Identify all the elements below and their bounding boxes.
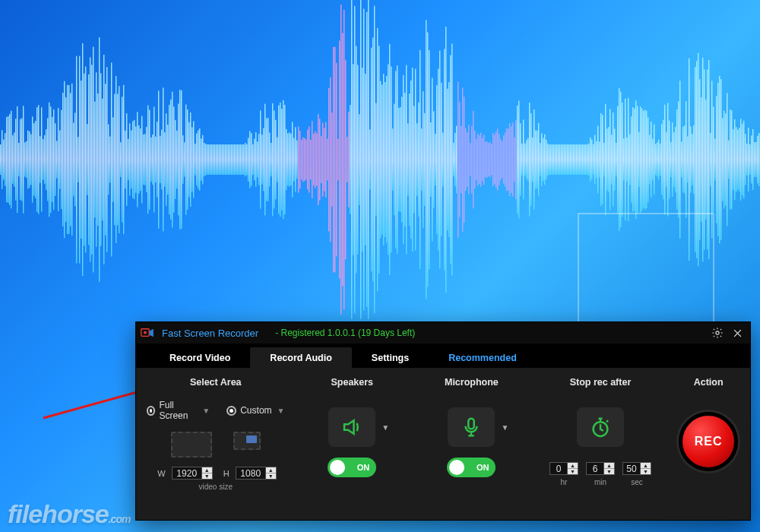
svg-rect-127 <box>193 122 194 198</box>
area-thumb-custom[interactable] <box>233 432 261 450</box>
chevron-down-icon[interactable]: ▼ <box>382 423 389 432</box>
speakers-toggle[interactable]: ON <box>328 458 376 477</box>
svg-rect-296 <box>450 55 451 264</box>
settings-gear-icon[interactable] <box>711 326 724 340</box>
svg-rect-16 <box>24 142 25 176</box>
chevron-down-icon[interactable]: ▼ <box>501 423 508 432</box>
radio-custom[interactable]: Custom ▼ <box>226 405 284 416</box>
spin-up-icon[interactable]: ▲ <box>604 463 614 468</box>
close-icon[interactable] <box>730 326 744 340</box>
spin-up-icon[interactable]: ▲ <box>202 467 212 473</box>
tab-record-audio[interactable]: Record Audio <box>250 347 351 368</box>
svg-rect-226 <box>344 10 344 309</box>
svg-rect-343 <box>521 144 522 176</box>
width-input[interactable] <box>173 467 201 479</box>
desktop-background: filehorse.com Fast Screen Recorder - Reg… <box>0 0 760 532</box>
svg-rect-163 <box>248 138 249 181</box>
chevron-down-icon[interactable]: ▼ <box>202 407 210 415</box>
svg-rect-491 <box>746 144 747 176</box>
svg-rect-253 <box>385 82 385 237</box>
svg-rect-315 <box>479 135 480 184</box>
height-stepper[interactable]: ▲▼ <box>236 467 277 480</box>
record-button[interactable]: REC <box>679 412 738 471</box>
svg-rect-486 <box>739 128 739 192</box>
svg-rect-219 <box>333 47 334 273</box>
tab-settings[interactable]: Settings <box>352 347 429 368</box>
svg-rect-72 <box>109 137 110 183</box>
svg-rect-352 <box>535 131 536 189</box>
spin-down-icon[interactable]: ▼ <box>568 468 578 474</box>
spin-down-icon[interactable]: ▼ <box>604 468 614 474</box>
width-stepper[interactable]: ▲▼ <box>172 467 213 480</box>
minutes-input[interactable] <box>587 463 603 474</box>
svg-rect-314 <box>477 134 478 186</box>
svg-rect-358 <box>544 135 545 185</box>
radio-full-screen[interactable]: Full Screen ▼ <box>147 400 210 421</box>
seconds-input[interactable] <box>623 463 640 474</box>
svg-rect-390 <box>593 144 594 176</box>
tab-recommended[interactable]: Recommended <box>429 347 537 368</box>
svg-rect-412 <box>626 138 627 182</box>
svg-rect-369 <box>561 144 562 175</box>
svg-rect-6 <box>9 114 10 205</box>
svg-rect-460 <box>699 79 700 240</box>
svg-rect-81 <box>123 85 124 234</box>
tab-record-video[interactable]: Record Video <box>150 347 250 368</box>
svg-rect-27 <box>41 107 42 212</box>
svg-rect-75 <box>114 94 115 226</box>
svg-rect-284 <box>432 78 432 241</box>
svg-rect-402 <box>611 135 612 185</box>
spin-down-icon[interactable]: ▼ <box>641 468 651 474</box>
svg-rect-36 <box>55 123 55 196</box>
svg-rect-356 <box>541 133 542 186</box>
svg-rect-147 <box>223 144 224 175</box>
svg-rect-149 <box>226 144 227 175</box>
svg-rect-396 <box>602 115 603 204</box>
svg-rect-306 <box>465 128 466 192</box>
spin-up-icon[interactable]: ▲ <box>266 467 276 473</box>
svg-rect-330 <box>502 141 502 179</box>
minutes-stepper[interactable]: ▲▼ <box>586 462 615 475</box>
svg-rect-86 <box>131 131 131 189</box>
svg-rect-175 <box>266 119 267 201</box>
svg-rect-123 <box>187 109 188 210</box>
spin-down-icon[interactable]: ▼ <box>202 473 212 479</box>
microphone-toggle[interactable]: ON <box>447 458 496 477</box>
area-thumb-full[interactable] <box>171 432 212 458</box>
svg-rect-411 <box>625 99 625 220</box>
watermark-text: filehorse.com <box>8 499 130 529</box>
svg-rect-444 <box>675 127 676 192</box>
seconds-stepper[interactable]: ▲▼ <box>622 462 651 475</box>
svg-rect-44 <box>67 85 68 234</box>
svg-rect-379 <box>576 144 577 175</box>
svg-rect-436 <box>663 120 663 200</box>
svg-rect-225 <box>342 33 343 287</box>
radio-dot-icon <box>226 406 236 416</box>
svg-rect-477 <box>725 113 726 205</box>
svg-rect-62 <box>94 102 95 218</box>
svg-rect-73 <box>111 62 112 256</box>
svg-rect-301 <box>458 82 458 238</box>
spin-down-icon[interactable]: ▼ <box>266 473 276 479</box>
hours-input[interactable] <box>550 463 567 474</box>
speakers-device-button[interactable]: ▼ <box>328 407 375 447</box>
svg-rect-295 <box>448 82 449 237</box>
hours-stepper[interactable]: ▲▼ <box>549 462 578 475</box>
svg-rect-450 <box>684 125 685 194</box>
svg-rect-11 <box>17 106 17 213</box>
svg-rect-351 <box>534 109 534 210</box>
chevron-down-icon[interactable]: ▼ <box>277 407 285 415</box>
spin-up-icon[interactable]: ▲ <box>641 463 651 468</box>
spin-up-icon[interactable]: ▲ <box>568 463 578 468</box>
svg-rect-45 <box>68 85 69 234</box>
svg-rect-25 <box>38 105 39 214</box>
microphone-device-button[interactable]: ▼ <box>448 407 495 447</box>
svg-rect-161 <box>245 143 245 176</box>
svg-rect-362 <box>550 144 551 175</box>
svg-rect-21 <box>32 116 33 202</box>
height-input[interactable] <box>236 467 265 479</box>
svg-rect-112 <box>170 100 171 220</box>
svg-rect-465 <box>707 70 708 250</box>
svg-rect-364 <box>553 144 554 175</box>
timer-icon-button[interactable] <box>577 407 624 447</box>
